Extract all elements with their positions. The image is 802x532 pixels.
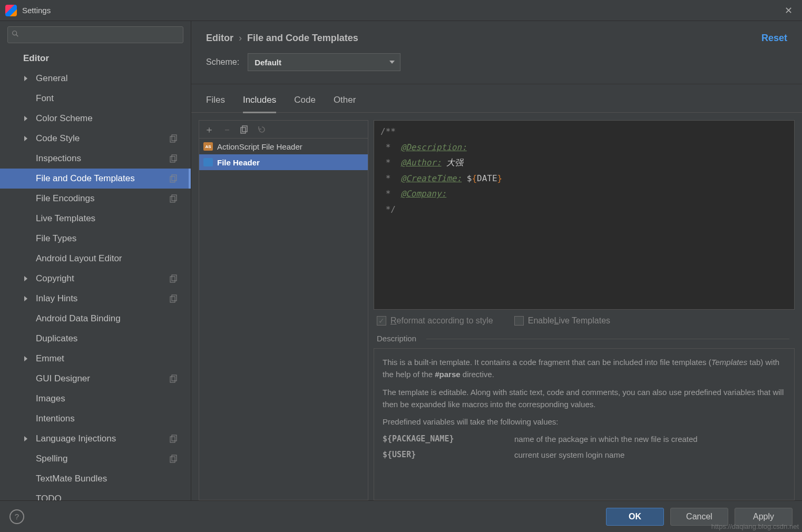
window-title: Settings (22, 6, 51, 15)
tab-other[interactable]: Other (334, 95, 356, 112)
svg-point-0 (13, 31, 17, 35)
tree-item[interactable]: Color Scheme (0, 109, 191, 129)
chevron-right-icon (24, 116, 27, 121)
tree-item-label: Language Injections (36, 434, 116, 444)
template-tabs: FilesIncludesCodeOther (191, 84, 802, 113)
tab-includes[interactable]: Includes (243, 95, 276, 113)
svg-rect-11 (170, 277, 175, 282)
template-editor[interactable]: /** * @Description: * @Author: 大强 * @Cre… (374, 120, 795, 310)
tree-item[interactable]: Emmet (0, 349, 191, 369)
tree-item[interactable]: Spelling (0, 449, 191, 469)
tab-files[interactable]: Files (206, 95, 225, 112)
tree-item-label: Duplicates (36, 333, 77, 344)
revert-template-button[interactable] (257, 125, 266, 134)
remove-template-button[interactable]: － (222, 123, 232, 136)
tree-item-label: Color Scheme (36, 113, 93, 124)
project-scope-icon (170, 455, 178, 463)
project-scope-icon (170, 375, 178, 383)
close-icon[interactable]: ✕ (780, 3, 797, 18)
reset-link[interactable]: Reset (761, 33, 787, 44)
tree-item[interactable]: GUI Designer (0, 369, 191, 389)
tree-item-label: Inspections (36, 153, 81, 164)
template-label: File Header (217, 158, 260, 167)
tree-item-label: TODO (36, 494, 62, 500)
template-row[interactable]: File Header (199, 154, 368, 170)
svg-rect-12 (172, 295, 177, 301)
template-label: ActionScript File Header (217, 142, 302, 151)
tree-item-label: Intentions (36, 413, 75, 424)
tree-item[interactable]: General (0, 68, 191, 88)
project-scope-icon (170, 274, 178, 283)
svg-rect-17 (170, 437, 175, 442)
search-input[interactable] (7, 26, 183, 43)
copy-template-button[interactable] (240, 125, 249, 134)
chevron-right-icon (24, 276, 27, 281)
var-key: ${USER} (383, 449, 514, 461)
tree-item[interactable]: Language Injections (0, 429, 191, 449)
tree-item[interactable]: File and Code Templates (0, 169, 191, 189)
project-scope-icon (170, 174, 178, 183)
chevron-right-icon (24, 136, 27, 141)
tree-item[interactable]: Live Templates (0, 209, 191, 229)
search-icon (12, 30, 19, 37)
tab-code[interactable]: Code (294, 95, 316, 112)
tree-item[interactable]: Android Layout Editor (0, 249, 191, 269)
chevron-right-icon (24, 76, 27, 81)
watermark: https://daqiang.blog.csdn.net (711, 523, 799, 530)
tree-item[interactable]: Duplicates (0, 329, 191, 349)
tree-item[interactable]: Intentions (0, 409, 191, 429)
tree-item-label: Code Style (36, 133, 80, 144)
svg-rect-7 (170, 176, 175, 182)
tree-item-label: TextMate Bundles (36, 474, 107, 484)
tree-root-editor[interactable]: Editor (0, 48, 191, 68)
svg-rect-16 (172, 435, 177, 441)
add-template-button[interactable]: ＋ (204, 123, 214, 136)
template-list[interactable]: ASActionScript File HeaderFile Header (199, 139, 368, 500)
svg-rect-20 (242, 126, 247, 132)
svg-rect-9 (170, 196, 175, 202)
svg-rect-15 (170, 377, 175, 382)
file-icon: AS (203, 142, 213, 151)
tree-item-label: Spelling (36, 454, 68, 464)
template-row[interactable]: ASActionScript File Header (199, 139, 368, 154)
tree-item[interactable]: Images (0, 389, 191, 409)
tree-item[interactable]: Font (0, 88, 191, 109)
tree-item[interactable]: TODO (0, 489, 191, 500)
tree-item[interactable]: File Encodings (0, 189, 191, 209)
tree-item-label: Inlay Hints (36, 293, 77, 304)
tree-item-label: File Types (36, 233, 76, 244)
scheme-combo[interactable]: Default (248, 53, 400, 71)
description-box: This is a built-in template. It contains… (374, 348, 795, 500)
scheme-label: Scheme: (206, 57, 239, 67)
scheme-value: Default (255, 58, 281, 67)
ok-button[interactable]: OK (606, 508, 664, 526)
tree-item[interactable]: Inlay Hints (0, 289, 191, 309)
tree-item-label: Copyright (36, 273, 74, 284)
svg-rect-18 (172, 455, 177, 461)
var-key: ${PACKAGE_NAME} (383, 433, 514, 445)
tree-item[interactable]: Android Data Binding (0, 309, 191, 329)
svg-line-1 (16, 35, 18, 37)
tree-item[interactable]: File Types (0, 229, 191, 249)
project-scope-icon (170, 435, 178, 443)
svg-rect-3 (170, 136, 175, 142)
tree-item-label: Emmet (36, 353, 64, 364)
project-scope-icon (170, 154, 178, 163)
tree-item-label: Live Templates (36, 213, 95, 224)
tree-item-label: GUI Designer (36, 373, 90, 384)
tree-item[interactable]: Inspections (0, 149, 191, 169)
chevron-right-icon (24, 436, 27, 441)
tree-item[interactable]: TextMate Bundles (0, 469, 191, 489)
svg-rect-2 (172, 135, 177, 141)
tree-item[interactable]: Copyright (0, 269, 191, 289)
settings-tree[interactable]: Editor GeneralFontColor SchemeCode Style… (0, 46, 191, 500)
svg-rect-21 (241, 127, 246, 133)
tree-root-label: Editor (23, 53, 49, 64)
reformat-checkbox[interactable]: ✓Reformat according to style (377, 316, 493, 326)
description-heading: Description (374, 332, 795, 345)
svg-rect-8 (172, 195, 177, 201)
chevron-right-icon (24, 356, 27, 361)
tree-item[interactable]: Code Style (0, 129, 191, 149)
help-button[interactable]: ? (9, 509, 24, 524)
live-templates-checkbox[interactable]: Enable Live Templates (514, 316, 610, 326)
